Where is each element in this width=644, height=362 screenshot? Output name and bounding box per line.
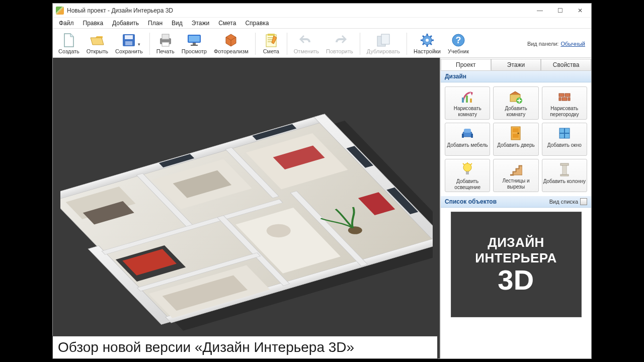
tab-floors[interactable]: Этажи bbox=[491, 59, 541, 70]
tab-project[interactable]: Проект bbox=[441, 59, 491, 70]
undo-label: Отменить bbox=[294, 48, 319, 54]
draw-room-button[interactable]: Нарисовать комнату bbox=[445, 86, 490, 120]
add-room-button[interactable]: Добавить комнату bbox=[493, 86, 538, 120]
menu-file[interactable]: Файл bbox=[55, 19, 78, 28]
svg-rect-1 bbox=[125, 35, 133, 39]
maximize-button[interactable]: ☐ bbox=[550, 4, 570, 17]
add-column-button[interactable]: Добавить колонну bbox=[542, 159, 587, 192]
draw-wall-button[interactable]: Нарисовать перегородку bbox=[542, 86, 587, 120]
save-button[interactable]: ▾ Сохранить bbox=[112, 31, 146, 56]
add-window-button[interactable]: Добавить окно bbox=[542, 123, 587, 156]
objects-view-label: Вид списка bbox=[549, 199, 578, 205]
menu-floors[interactable]: Этажи bbox=[188, 19, 213, 28]
stairs-button[interactable]: Лестницы и вырезы bbox=[493, 159, 538, 192]
menu-edit[interactable]: Правка bbox=[79, 19, 108, 28]
svg-rect-7 bbox=[189, 36, 200, 42]
panel-view-selector: Вид панели: Обычный bbox=[527, 41, 589, 47]
minimize-button[interactable]: — bbox=[530, 4, 550, 17]
svg-rect-4 bbox=[162, 34, 169, 39]
side-tabs: Проект Этажи Свойства bbox=[441, 58, 591, 71]
monitor-icon bbox=[187, 33, 202, 48]
draw-room-icon bbox=[460, 90, 474, 104]
help-label: Учебник bbox=[448, 48, 469, 54]
printer-icon bbox=[158, 33, 173, 48]
help-icon: ? bbox=[451, 33, 466, 48]
svg-point-65 bbox=[518, 133, 519, 134]
promo-line1: ДИЗАЙН bbox=[475, 235, 556, 250]
close-button[interactable]: ✕ bbox=[570, 4, 590, 17]
menu-estimate[interactable]: Смета bbox=[214, 19, 240, 28]
app-icon bbox=[56, 7, 64, 15]
side-panel: Проект Этажи Свойства Дизайн Нарисовать … bbox=[440, 58, 591, 358]
tab-properties[interactable]: Свойства bbox=[541, 59, 591, 70]
save-label: Сохранить bbox=[115, 48, 143, 54]
settings-button[interactable]: Настройки bbox=[410, 31, 444, 56]
gear-icon bbox=[420, 33, 435, 48]
window-icon bbox=[557, 126, 572, 140]
menu-plan[interactable]: План bbox=[144, 19, 167, 28]
svg-rect-54 bbox=[565, 94, 570, 97]
redo-label: Повторить bbox=[326, 48, 353, 54]
add-light-button[interactable]: Добавить освещение bbox=[445, 159, 490, 192]
promo-line3: 3D bbox=[475, 266, 556, 294]
svg-rect-57 bbox=[568, 98, 570, 101]
panel-view-link[interactable]: Обычный bbox=[560, 41, 585, 47]
add-furniture-button[interactable]: Добавить мебель bbox=[445, 123, 490, 156]
photoreal-button[interactable]: Фотореализм bbox=[210, 31, 252, 56]
titlebar: Новый проект - Дизайн Интерьера 3D — ☐ ✕ bbox=[53, 4, 591, 18]
preview-button[interactable]: Просмотр bbox=[178, 31, 210, 56]
wall-icon bbox=[557, 90, 572, 104]
preview-label: Просмотр bbox=[182, 48, 207, 54]
svg-rect-70 bbox=[560, 163, 569, 165]
add-door-button[interactable]: Добавить дверь bbox=[493, 123, 538, 156]
cube-icon bbox=[223, 33, 238, 48]
design-label: Добавить дверь bbox=[497, 142, 534, 148]
svg-rect-9 bbox=[191, 45, 198, 46]
viewport-3d[interactable] bbox=[53, 58, 440, 358]
print-label: Печать bbox=[156, 48, 175, 54]
estimate-button[interactable]: Смета bbox=[259, 31, 284, 56]
video-caption: Обзор новой версии «Дизайн Интерьера 3D» bbox=[52, 336, 438, 359]
toolbar-separator bbox=[255, 33, 256, 55]
objects-header-label: Список объектов bbox=[445, 198, 497, 205]
undo-button[interactable]: Отменить bbox=[290, 31, 323, 56]
create-button[interactable]: Создать bbox=[55, 31, 83, 56]
menu-add[interactable]: Добавить bbox=[108, 19, 143, 28]
panel-view-label: Вид панели: bbox=[527, 41, 558, 47]
open-button[interactable]: Открыть bbox=[83, 31, 112, 56]
design-section-header: Дизайн bbox=[441, 71, 591, 82]
save-icon: ▾ bbox=[121, 33, 136, 48]
design-label: Добавить мебель bbox=[447, 142, 488, 148]
folder-open-icon bbox=[90, 33, 105, 48]
column-icon bbox=[557, 162, 572, 176]
app-window: Новый проект - Дизайн Интерьера 3D — ☐ ✕… bbox=[52, 3, 592, 359]
print-button[interactable]: Печать bbox=[153, 31, 178, 56]
svg-rect-2 bbox=[125, 41, 132, 45]
help-button[interactable]: ? Учебник bbox=[444, 31, 472, 56]
svg-rect-68 bbox=[466, 171, 469, 174]
redo-icon bbox=[332, 33, 347, 48]
design-label: Лестницы и вырезы bbox=[495, 178, 537, 190]
design-label: Добавить комнату bbox=[495, 106, 537, 117]
svg-rect-59 bbox=[462, 134, 464, 138]
svg-rect-55 bbox=[562, 98, 567, 101]
menu-help[interactable]: Справка bbox=[241, 19, 273, 28]
new-file-icon bbox=[61, 33, 76, 48]
toolbar: Создать Открыть ▾ Сохранить Печать bbox=[53, 29, 591, 58]
duplicate-button[interactable]: Дублировать bbox=[363, 31, 404, 56]
caption-text: Обзор новой версии «Дизайн Интерьера 3D» bbox=[58, 339, 354, 355]
furniture-icon bbox=[460, 126, 474, 140]
list-view-toggle-icon[interactable] bbox=[580, 198, 587, 205]
svg-rect-71 bbox=[560, 174, 569, 176]
chevron-down-icon: ▾ bbox=[138, 42, 140, 47]
svg-rect-60 bbox=[471, 134, 473, 138]
objects-list: ДИЗАЙН ИНТЕРЬЕРА 3D bbox=[441, 208, 591, 358]
open-label: Открыть bbox=[87, 48, 108, 54]
door-icon bbox=[509, 126, 523, 140]
redo-button[interactable]: Повторить bbox=[323, 31, 357, 56]
svg-rect-61 bbox=[464, 129, 471, 133]
undo-icon bbox=[299, 33, 314, 48]
duplicate-label: Дублировать bbox=[367, 48, 400, 54]
menu-view[interactable]: Вид bbox=[168, 19, 187, 28]
svg-rect-49 bbox=[466, 96, 468, 103]
